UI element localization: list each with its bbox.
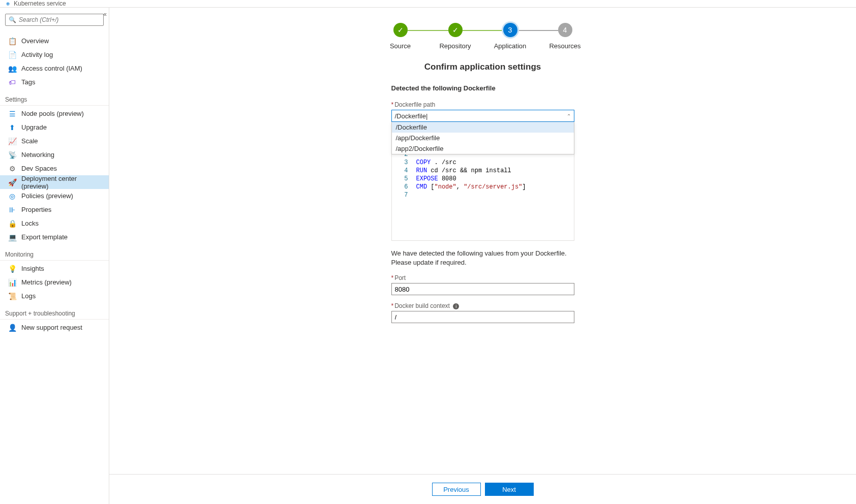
- nav-item-label: New support request: [21, 324, 82, 331]
- section-heading-dockerfile: Detected the following Dockerfile: [391, 84, 574, 92]
- sidebar-item-export-template[interactable]: 💻Export template: [0, 230, 109, 244]
- dockerfile-editor[interactable]: 234567 COPY . /srcRUN cd /src && npm ins…: [391, 148, 574, 241]
- sidebar-item-icon: ⊪: [8, 206, 16, 214]
- step-application[interactable]: 3Application: [483, 23, 538, 50]
- sidebar-item-icon: 📈: [8, 137, 16, 145]
- step-resources: 4Resources: [538, 23, 593, 50]
- sidebar: « 🔍 📋Overview📄Activity log👥Access contro…: [0, 8, 109, 504]
- step-circle: 4: [558, 23, 572, 37]
- nav-item-label: Insights: [21, 265, 44, 272]
- nav-item-label: Logs: [21, 292, 36, 300]
- step-connector: [463, 30, 503, 31]
- dockerfile-path-value: /Dockerfile: [395, 112, 428, 120]
- sidebar-item-node-pools-preview-[interactable]: ☰Node pools (preview): [0, 107, 109, 120]
- sidebar-item-icon: 📜: [8, 292, 16, 300]
- sidebar-item-icon: 🔒: [8, 219, 16, 228]
- kubernetes-icon: ⎈: [6, 0, 10, 7]
- editor-gutter: 234567: [392, 148, 412, 240]
- sidebar-item-icon: ☰: [8, 110, 16, 118]
- sidebar-item-activity-log[interactable]: 📄Activity log: [0, 48, 109, 61]
- sidebar-item-properties[interactable]: ⊪Properties: [0, 203, 109, 216]
- sidebar-item-icon: ◎: [8, 192, 16, 200]
- collapse-sidebar-button[interactable]: «: [103, 11, 107, 18]
- wizard-title: Confirm application settings: [300, 62, 666, 72]
- step-label: Application: [483, 42, 538, 50]
- nav-item-label: Metrics (preview): [21, 278, 72, 286]
- previous-button[interactable]: Previous: [432, 483, 481, 496]
- step-repository[interactable]: ✓Repository: [428, 23, 483, 50]
- wizard-stepper: ✓Source✓Repository3Application4Resources: [300, 23, 666, 50]
- sidebar-item-icon: ⚙: [8, 165, 16, 173]
- chevron-up-icon: ⌃: [567, 113, 571, 119]
- editor-code: COPY . /srcRUN cd /src && npm installEXP…: [412, 148, 574, 240]
- nav-item-label: Upgrade: [21, 123, 47, 131]
- sidebar-item-new-support-request[interactable]: 👤New support request: [0, 321, 109, 334]
- nav-item-label: Networking: [21, 151, 54, 159]
- step-circle: ✓: [448, 23, 463, 37]
- step-circle: ✓: [393, 23, 408, 37]
- nav-item-label: Access control (IAM): [21, 65, 82, 72]
- sidebar-item-insights[interactable]: 💡Insights: [0, 262, 109, 275]
- dockerfile-path-combobox[interactable]: /Dockerfile ⌃: [391, 110, 574, 122]
- search-input[interactable]: [19, 16, 100, 23]
- sidebar-item-overview[interactable]: 📋Overview: [0, 34, 109, 48]
- sidebar-item-icon: 👤: [8, 324, 16, 332]
- sidebar-item-icon: 📡: [8, 151, 16, 159]
- sidebar-search[interactable]: 🔍: [5, 14, 104, 26]
- sidebar-item-policies-preview-[interactable]: ◎Policies (preview): [0, 189, 109, 203]
- nav-item-label: Deployment center (preview): [21, 175, 104, 190]
- sidebar-item-icon: 🏷: [8, 78, 16, 86]
- nav-item-label: Tags: [21, 78, 35, 86]
- sidebar-item-icon: 🚀: [8, 178, 16, 186]
- main-content: ✓Source✓Repository3Application4Resources…: [109, 8, 856, 504]
- sidebar-group-support: Support + troubleshooting: [0, 307, 109, 320]
- sidebar-item-icon: 👥: [8, 65, 16, 73]
- sidebar-item-upgrade[interactable]: ⬆Upgrade: [0, 120, 109, 134]
- step-connector: [408, 30, 448, 31]
- sidebar-item-dev-spaces[interactable]: ⚙Dev Spaces: [0, 162, 109, 175]
- sidebar-item-scale[interactable]: 📈Scale: [0, 134, 109, 148]
- detected-values-help: We have detected the following values fr…: [391, 249, 574, 267]
- service-type-label: Kubernetes service: [14, 0, 66, 7]
- next-button[interactable]: Next: [485, 483, 534, 496]
- wizard-footer: Previous Next: [109, 474, 856, 504]
- sidebar-group-settings: Settings: [0, 93, 109, 106]
- sidebar-item-icon: 📊: [8, 278, 16, 287]
- sidebar-item-icon: ⬆: [8, 123, 16, 132]
- step-connector: [517, 30, 558, 31]
- sidebar-group-monitoring: Monitoring: [0, 248, 109, 261]
- step-label: Source: [373, 42, 428, 50]
- dockerfile-path-label: *Dockerfile path: [391, 101, 574, 108]
- breadcrumb-header: ⎈ Kubernetes service: [0, 0, 856, 8]
- nav-item-label: Export template: [21, 233, 68, 241]
- sidebar-item-icon: 💡: [8, 265, 16, 273]
- sidebar-item-icon: 📋: [8, 37, 16, 45]
- sidebar-item-tags[interactable]: 🏷Tags: [0, 75, 109, 89]
- sidebar-item-access-control-iam-[interactable]: 👥Access control (IAM): [0, 61, 109, 75]
- dockerfile-option[interactable]: /Dockerfile: [392, 122, 574, 133]
- step-label: Repository: [428, 42, 483, 50]
- step-source[interactable]: ✓Source: [373, 23, 428, 50]
- dockerfile-option[interactable]: /app/Dockerfile: [392, 133, 574, 143]
- nav-item-label: Activity log: [21, 51, 53, 58]
- sidebar-item-metrics-preview-[interactable]: 📊Metrics (preview): [0, 275, 109, 289]
- nav-item-label: Locks: [21, 219, 39, 227]
- step-label: Resources: [538, 42, 593, 50]
- port-input[interactable]: [391, 283, 574, 295]
- docker-context-label: *Docker build context i: [391, 302, 574, 309]
- dockerfile-path-dropdown: /Dockerfile/app/Dockerfile/app2/Dockerfi…: [391, 122, 574, 154]
- sidebar-item-deployment-center-preview-[interactable]: 🚀Deployment center (preview): [0, 175, 109, 189]
- info-icon[interactable]: i: [453, 303, 459, 309]
- dockerfile-option[interactable]: /app2/Dockerfile: [392, 143, 574, 154]
- sidebar-item-logs[interactable]: 📜Logs: [0, 289, 109, 303]
- sidebar-item-networking[interactable]: 📡Networking: [0, 148, 109, 162]
- step-circle: 3: [503, 23, 517, 37]
- sidebar-item-locks[interactable]: 🔒Locks: [0, 216, 109, 230]
- nav-item-label: Scale: [21, 137, 38, 145]
- nav-item-label: Dev Spaces: [21, 165, 57, 172]
- search-icon: 🔍: [9, 16, 16, 23]
- nav-item-label: Overview: [21, 37, 49, 45]
- sidebar-item-icon: 💻: [8, 233, 16, 241]
- docker-context-input[interactable]: [391, 311, 574, 323]
- nav-item-label: Properties: [21, 206, 51, 213]
